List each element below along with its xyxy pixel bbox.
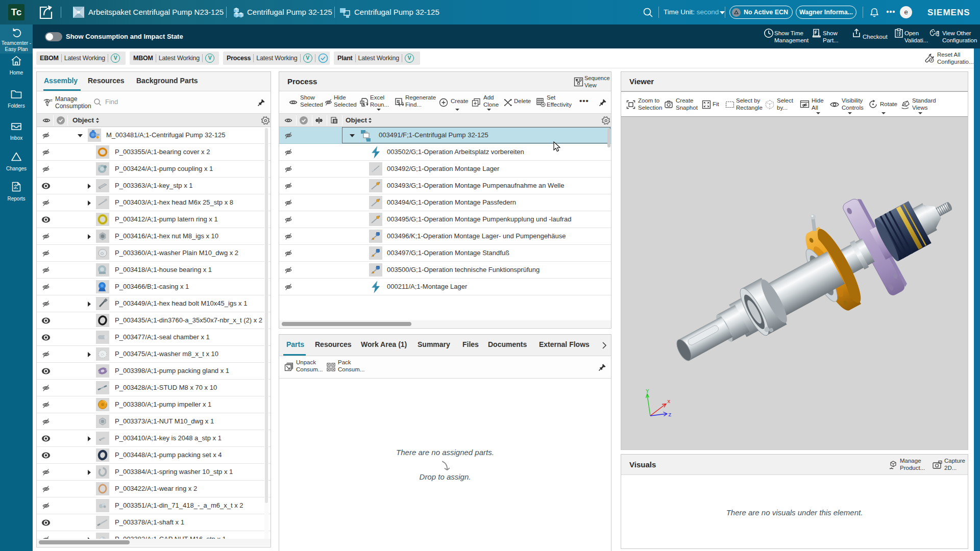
svg-text:Y: Y xyxy=(646,388,649,394)
svg-text:z: z xyxy=(668,412,672,418)
svg-text:x: x xyxy=(667,398,671,405)
